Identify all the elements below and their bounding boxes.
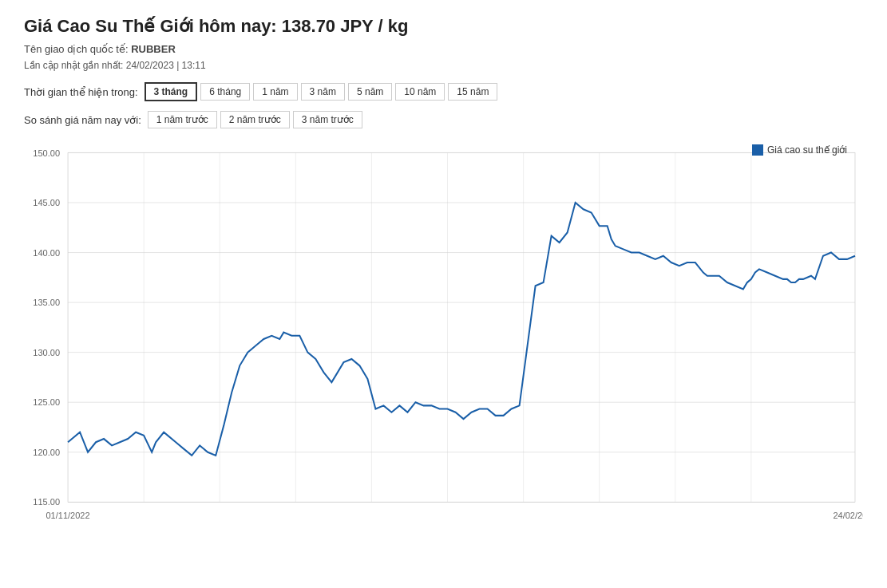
compare-label: So sánh giá năm nay với: (24, 114, 141, 126)
compare-row: So sánh giá năm nay với: 1 năm trước 2 n… (24, 111, 863, 128)
time-btn-3thang[interactable]: 3 tháng (145, 82, 198, 101)
chart-legend: Giá cao su thế giới (752, 144, 847, 156)
price-chart: 115.00 120.00 125.00 130.00 135.00 140.0… (24, 144, 863, 535)
svg-text:145.00: 145.00 (33, 198, 60, 207)
subtitle-label: Tên giao dịch quốc tế: (24, 43, 129, 55)
compare-btn-3y[interactable]: 3 năm trước (293, 111, 362, 128)
svg-text:140.00: 140.00 (33, 248, 60, 258)
compare-btn-1y[interactable]: 1 năm trước (148, 111, 217, 128)
time-btn-1nam[interactable]: 1 năm (253, 83, 297, 101)
svg-text:24/02/2023: 24/02/2023 (833, 511, 863, 520)
svg-text:120.00: 120.00 (33, 448, 60, 457)
update-value: 24/02/2023 | 13:11 (126, 60, 206, 71)
svg-text:130.00: 130.00 (33, 348, 60, 357)
svg-text:125.00: 125.00 (33, 397, 60, 407)
subtitle-value: RUBBER (131, 43, 176, 55)
compare-btn-2y[interactable]: 2 năm trước (220, 111, 290, 128)
time-btn-15nam[interactable]: 15 năm (448, 83, 497, 101)
svg-text:135.00: 135.00 (33, 298, 60, 307)
time-btn-3nam[interactable]: 3 năm (301, 83, 345, 101)
update-info: Lần cập nhật gần nhất: 24/02/2023 | 13:1… (24, 60, 863, 71)
page-title: Giá Cao Su Thế Giới hôm nay: 138.70 JPY … (24, 16, 863, 37)
svg-text:01/11/2022: 01/11/2022 (46, 511, 90, 520)
svg-text:150.00: 150.00 (33, 148, 60, 157)
subtitle: Tên giao dịch quốc tế: RUBBER (24, 43, 863, 55)
time-btn-5nam[interactable]: 5 năm (348, 83, 392, 101)
time-btn-10nam[interactable]: 10 năm (395, 83, 445, 101)
legend-label: Giá cao su thế giới (767, 144, 847, 156)
time-range-label: Thời gian thể hiện trong: (24, 86, 138, 98)
time-range-row: Thời gian thể hiện trong: 3 tháng 6 thán… (24, 82, 863, 101)
time-btn-6thang[interactable]: 6 tháng (200, 83, 250, 101)
legend-color-box (752, 144, 763, 156)
chart-area: Giá cao su thế giới 115.00 120.00 125.00… (24, 144, 863, 535)
update-label: Lần cập nhật gần nhất: (24, 60, 123, 71)
svg-text:115.00: 115.00 (33, 497, 60, 507)
